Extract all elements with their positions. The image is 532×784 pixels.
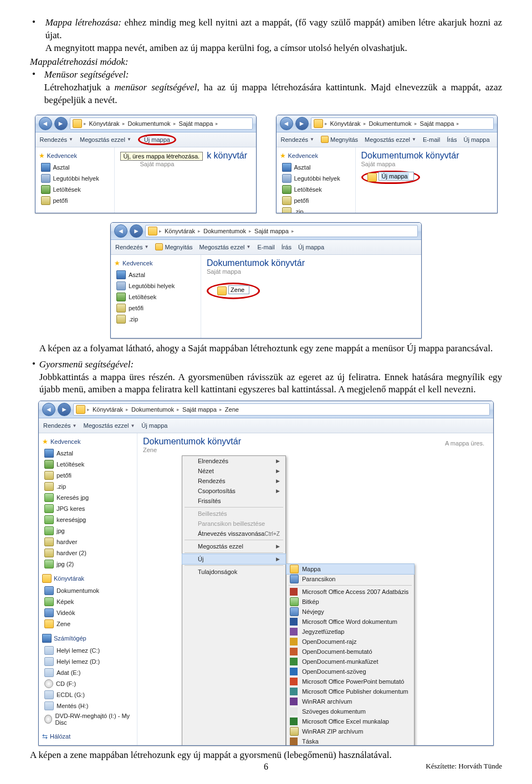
back-button[interactable]: ◄ [42,403,55,416]
ctx-item-megosztas[interactable]: Megosztás ezzel▶ [182,541,285,551]
sidebar-item[interactable]: .zip [114,314,197,325]
toolbar-email[interactable]: E-mail [423,136,440,143]
address-bar[interactable]: ▸Könyvtárak ▸Dokumentumok ▸Saját mappa ▸ [145,225,418,237]
ctx-sub-rar[interactable]: WinRAR archívum [287,696,414,706]
ctx-sub-taska[interactable]: Táska [287,736,414,746]
toolbar-ujmappa[interactable]: Új mappa [144,136,170,143]
breadcrumb-item[interactable]: Könyvtárak [91,406,124,413]
sidebar-item[interactable]: Letöltések [42,459,134,470]
forward-button[interactable]: ► [58,403,71,416]
sidebar-item[interactable]: keresésjpg [42,514,134,525]
sidebar-halozat[interactable]: ⇆Hálózat [42,732,134,740]
sidebar-item[interactable]: petőfi [39,195,111,206]
toolbar-iras[interactable]: Írás [447,136,457,143]
toolbar-megnyitas[interactable]: Megnyitás [321,136,358,143]
back-button[interactable]: ◄ [39,117,52,130]
ctx-sub-pub[interactable]: Microsoft Office Publisher dokumentum [287,686,414,696]
sidebar-item[interactable]: Legutóbbi helyek [114,280,197,291]
sidebar-item[interactable]: Legutóbbi helyek [280,173,352,184]
toolbar-ujmappa[interactable]: Új mappa [463,136,489,143]
sidebar-item[interactable]: jpg [42,525,134,536]
toolbar-megosztas[interactable]: Megosztás ezzel▼ [80,136,131,143]
address-bar[interactable]: ▸Könyvtárak ▸Dokumentumok ▸Saját mappa ▸ [311,117,494,130]
ctx-sub-omunk[interactable]: OpenDocument-munkafüzet [287,657,414,667]
ctx-sub-word[interactable]: Microsoft Office Word dokumentum [287,617,414,627]
sidebar-item[interactable]: Helyi lemez (C:) [42,645,134,656]
toolbar-megosztas[interactable]: Megosztás ezzel▼ [83,422,135,429]
breadcrumb-item[interactable]: Könyvtárak [88,120,121,127]
ctx-sub-jegyz[interactable]: Jegyzetfüzetlap [287,627,414,637]
forward-button[interactable]: ► [295,117,309,130]
ctx-item-frissites[interactable]: Frissítés [182,496,285,506]
breadcrumb-item[interactable]: Könyvtárak [163,228,196,234]
sidebar-item[interactable]: Helyi lemez (D:) [42,656,134,667]
folder-name-input[interactable]: Új mappa [378,172,414,181]
ctx-item-nezet[interactable]: Nézet▶ [182,466,285,476]
toolbar-iras[interactable]: Írás [282,244,291,250]
ctx-sub-access[interactable]: Microsoft Office Access 2007 Adatbázis [287,587,414,597]
sidebar-item[interactable]: Adat (E:) [42,667,134,678]
breadcrumb-item[interactable]: Saját mappa [253,228,290,234]
breadcrumb-item[interactable]: Dokumentumok [127,120,172,127]
sidebar-item[interactable]: .zip [42,481,134,492]
breadcrumb-item[interactable]: Dokumentumok [202,228,247,234]
ctx-item-atnev-vissza[interactable]: Átnevezés visszavonásaCtrl+Z [182,529,285,539]
address-bar[interactable]: ▸Könyvtárak ▸Dokumentumok ▸Saját mappa ▸… [73,403,490,416]
toolbar-rendezes[interactable]: Rendezés▼ [115,244,149,250]
sidebar-item[interactable]: Zene [42,618,134,629]
breadcrumb-item[interactable]: Dokumentumok [130,406,175,413]
toolbar-ujmappa[interactable]: Új mappa [298,244,324,250]
ctx-sub-parancsikon[interactable]: Parancsikon [287,574,414,584]
sidebar-kedvencek[interactable]: ★Kedvencek [280,152,352,160]
sidebar-kedvencek[interactable]: ★Kedvencek [114,259,197,267]
ctx-sub-ppt[interactable]: Microsoft Office PowerPoint bemutató [287,677,414,686]
ctx-sub-nevjegy[interactable]: Névjegy [287,607,414,617]
ctx-item-tulajdonsagok[interactable]: Tulajdonságok [182,567,285,577]
sidebar-konyvtarak[interactable]: Könyvtárak [42,574,134,583]
forward-button[interactable]: ► [130,224,143,238]
sidebar-item[interactable]: Asztal [280,162,352,173]
ctx-sub-odrajz[interactable]: OpenDocument-rajz [287,637,414,647]
sidebar-item[interactable]: petőfi [114,303,197,314]
sidebar-item[interactable]: hardver [42,536,134,547]
breadcrumb-item[interactable]: Dokumentumok [368,120,413,127]
breadcrumb-item[interactable]: Saját mappa [181,406,218,413]
ctx-sub-bitkep[interactable]: Bitkép [287,597,414,607]
ctx-sub-obem[interactable]: OpenDocument-bemutató [287,647,414,657]
sidebar-item[interactable]: petőfi [280,195,352,206]
sidebar-item[interactable]: Asztal [42,448,134,459]
sidebar-item[interactable]: Keresés jpg [42,492,134,503]
sidebar-item[interactable]: Mentés (H:) [42,700,134,711]
sidebar-item[interactable]: Letöltések [39,184,111,195]
sidebar-item[interactable]: Dokumentumok [42,585,134,596]
sidebar-item[interactable]: jpg (2) [42,558,134,570]
toolbar-rendezes[interactable]: Rendezés▼ [281,136,314,143]
sidebar-item[interactable]: JPG keres [42,503,134,514]
folder-name-input[interactable]: Zene [228,285,249,294]
address-bar[interactable]: ▸Könyvtárak ▸Dokumentumok ▸Saját mappa ▸ [70,117,253,130]
toolbar-ujmappa[interactable]: Új mappa [141,422,167,429]
sidebar-item[interactable]: Videók [42,607,134,618]
sidebar-szamitogep[interactable]: Számítógép [42,634,134,643]
breadcrumb-item[interactable]: Zene [224,406,240,413]
sidebar-item[interactable]: Letöltések [114,291,197,303]
ctx-sub-oszov[interactable]: OpenDocument-szöveg [287,667,414,677]
sidebar-item[interactable]: Letöltések [280,184,352,195]
sidebar-item[interactable]: .zip [280,206,352,213]
toolbar-rendezes[interactable]: Rendezés▼ [40,136,73,143]
toolbar-rendezes[interactable]: Rendezés▼ [43,422,76,429]
breadcrumb-item[interactable]: Saját mappa [178,120,214,127]
ctx-sub-mappa[interactable]: Mappa [287,564,414,574]
sidebar-item[interactable]: Legutóbbi helyek [39,173,111,184]
sidebar-item[interactable]: petőfi [42,470,134,481]
sidebar-item[interactable]: Asztal [39,162,111,173]
forward-button[interactable]: ► [54,117,68,130]
ctx-item-csoportositas[interactable]: Csoportosítás▶ [182,486,285,496]
ctx-item-uj[interactable]: Új▶ [182,554,285,564]
toolbar-megosztas[interactable]: Megosztás ezzel▼ [365,136,416,143]
sidebar-kedvencek[interactable]: ★Kedvencek [42,438,134,445]
breadcrumb-item[interactable]: Saját mappa [419,120,456,127]
ctx-item-rendezes[interactable]: Rendezés▶ [182,476,285,486]
sidebar-item[interactable]: CD (F:) [42,678,134,689]
ctx-sub-excel[interactable]: Microsoft Office Excel munkalap [287,716,414,726]
